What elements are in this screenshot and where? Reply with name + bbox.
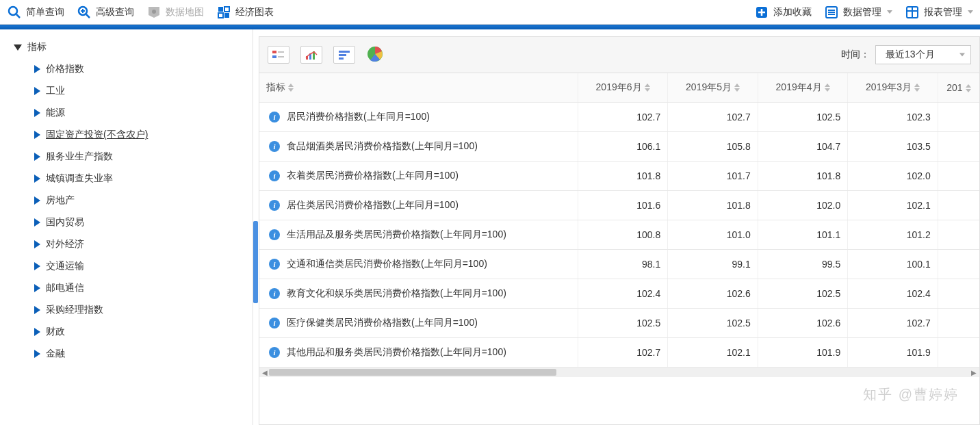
- toolbar-simple-query[interactable]: 简单查询: [7, 5, 64, 20]
- expand-icon: [34, 328, 40, 336]
- data-table-wrap: 指标2019年6月2019年5月2019年4月2019年3月201 i居民消费价…: [259, 73, 980, 425]
- toolbar-label: 数据管理: [843, 6, 881, 18]
- info-icon[interactable]: i: [269, 318, 280, 329]
- scroll-right-icon[interactable]: ▶: [970, 369, 978, 376]
- table-row: i食品烟酒类居民消费价格指数(上年同月=100)106.1105.8104.71…: [259, 132, 979, 162]
- toolbar-label: 简单查询: [26, 6, 64, 18]
- line-chart-button[interactable]: [300, 46, 322, 64]
- pie-chart-button[interactable]: [366, 45, 384, 65]
- tree-item-label: 价格指数: [46, 63, 84, 75]
- indicator-cell[interactable]: i居民消费价格指数(上年同月=100): [259, 103, 578, 132]
- toolbar-label: 经济图表: [235, 6, 274, 18]
- value-cell: 102.7: [668, 103, 758, 132]
- column-header[interactable]: 2019年4月: [758, 73, 848, 103]
- map-icon: [146, 5, 162, 20]
- expand-icon: [34, 109, 40, 117]
- toolbar-report-mgmt[interactable]: 报表管理: [905, 5, 973, 20]
- expand-icon: [34, 65, 40, 73]
- tree-item[interactable]: 财政: [34, 321, 253, 343]
- expand-icon: [34, 175, 40, 183]
- value-cell: 103.5: [848, 132, 938, 162]
- info-icon[interactable]: i: [269, 259, 280, 270]
- info-icon[interactable]: i: [269, 141, 280, 152]
- value-cell: [938, 309, 979, 338]
- info-icon[interactable]: i: [269, 347, 280, 358]
- info-icon[interactable]: i: [269, 200, 280, 211]
- info-icon[interactable]: i: [269, 229, 280, 240]
- info-icon[interactable]: i: [269, 112, 280, 123]
- indicator-name: 居住类居民消费价格指数(上年同月=100): [287, 199, 459, 210]
- tree-item[interactable]: 金融: [34, 343, 253, 365]
- sort-icon: [914, 83, 920, 92]
- value-cell: 101.8: [668, 191, 758, 220]
- list-icon: [824, 5, 839, 20]
- toolbar-add-fav[interactable]: 添加收藏: [754, 5, 812, 20]
- indicator-name: 交通和通信类居民消费价格指数(上年同月=100): [287, 258, 487, 269]
- tree-root-node[interactable]: 指标: [14, 36, 253, 58]
- tree-item[interactable]: 邮电通信: [34, 277, 253, 299]
- search-icon: [7, 5, 22, 20]
- scroll-left-icon[interactable]: ◀: [261, 369, 269, 376]
- indicator-name: 生活用品及服务类居民消费价格指数(上年同月=100): [287, 229, 506, 240]
- value-cell: 99.1: [668, 250, 758, 279]
- table-row: i其他用品和服务类居民消费价格指数(上年同月=100)102.7102.1101…: [259, 338, 979, 368]
- tree-item[interactable]: 交通运输: [34, 255, 253, 277]
- horizontal-scrollbar[interactable]: ◀ ▶: [259, 368, 979, 377]
- column-header[interactable]: 2019年6月: [578, 73, 668, 103]
- toolbar-econ-chart[interactable]: 经济图表: [216, 5, 274, 20]
- indicator-cell[interactable]: i教育文化和娱乐类居民消费价格指数(上年同月=100): [259, 279, 578, 309]
- svg-rect-29: [339, 54, 346, 56]
- table-row: i教育文化和娱乐类居民消费价格指数(上年同月=100)102.4102.6102…: [259, 279, 979, 309]
- time-label: 时间：: [841, 49, 870, 61]
- splitter-handle[interactable]: [253, 221, 258, 303]
- indicator-cell[interactable]: i医疗保健类居民消费价格指数(上年同月=100): [259, 309, 578, 338]
- value-cell: 102.7: [848, 309, 938, 338]
- bar-chart-button[interactable]: [333, 46, 355, 64]
- indicator-cell[interactable]: i其他用品和服务类居民消费价格指数(上年同月=100): [259, 338, 578, 368]
- value-cell: 102.4: [578, 279, 668, 309]
- svg-point-6: [152, 10, 156, 14]
- indicator-cell[interactable]: i衣着类居民消费价格指数(上年同月=100): [259, 162, 578, 191]
- tree-item[interactable]: 对外经济: [34, 233, 253, 255]
- column-header[interactable]: 2019年5月: [668, 73, 758, 103]
- indicator-cell[interactable]: i居住类居民消费价格指数(上年同月=100): [259, 191, 578, 220]
- info-icon[interactable]: i: [269, 288, 280, 299]
- expand-icon: [34, 87, 40, 95]
- tree-item-label: 金融: [46, 348, 65, 360]
- svg-rect-10: [224, 13, 229, 18]
- tree-item[interactable]: 服务业生产指数: [34, 146, 253, 168]
- value-cell: 100.1: [848, 250, 938, 279]
- tree-item[interactable]: 价格指数: [34, 58, 253, 80]
- tree-item[interactable]: 采购经理指数: [34, 299, 253, 321]
- search-plus-icon: [77, 5, 92, 20]
- value-cell: 106.1: [578, 132, 668, 162]
- tree-item-label: 国内贸易: [46, 216, 84, 229]
- tree-item[interactable]: 固定资产投资(不含农户): [34, 124, 253, 146]
- toolbar-data-map: 数据地图: [146, 5, 204, 20]
- column-header[interactable]: 201: [938, 73, 979, 103]
- indicator-cell[interactable]: i食品烟酒类居民消费价格指数(上年同月=100): [259, 132, 578, 162]
- toolbar-advanced-query[interactable]: 高级查询: [77, 5, 134, 20]
- sort-icon: [288, 83, 294, 92]
- indicator-cell[interactable]: i交通和通信类居民消费价格指数(上年同月=100): [259, 250, 578, 279]
- info-icon[interactable]: i: [269, 170, 280, 181]
- time-range-select[interactable]: 最近13个月: [875, 45, 971, 64]
- chevron-down-icon: [968, 10, 973, 14]
- tree-item[interactable]: 国内贸易: [34, 211, 253, 233]
- value-cell: [938, 103, 979, 132]
- toolbar-label: 高级查询: [96, 6, 134, 18]
- tree-item[interactable]: 能源: [34, 102, 253, 124]
- column-header[interactable]: 2019年3月: [848, 73, 938, 103]
- indicator-cell[interactable]: i生活用品及服务类居民消费价格指数(上年同月=100): [259, 220, 578, 250]
- toolbar-data-mgmt[interactable]: 数据管理: [824, 5, 892, 20]
- tree-item[interactable]: 城镇调查失业率: [34, 168, 253, 190]
- divider-band: [0, 25, 980, 29]
- tree-item[interactable]: 房地产: [34, 190, 253, 211]
- tree-item[interactable]: 工业: [34, 80, 253, 102]
- column-header[interactable]: 指标: [259, 73, 578, 103]
- scrollbar-thumb[interactable]: [269, 369, 556, 376]
- legend-button[interactable]: [268, 46, 289, 64]
- svg-point-0: [9, 7, 17, 15]
- chevron-down-icon: [959, 53, 965, 57]
- value-cell: 102.4: [848, 279, 938, 309]
